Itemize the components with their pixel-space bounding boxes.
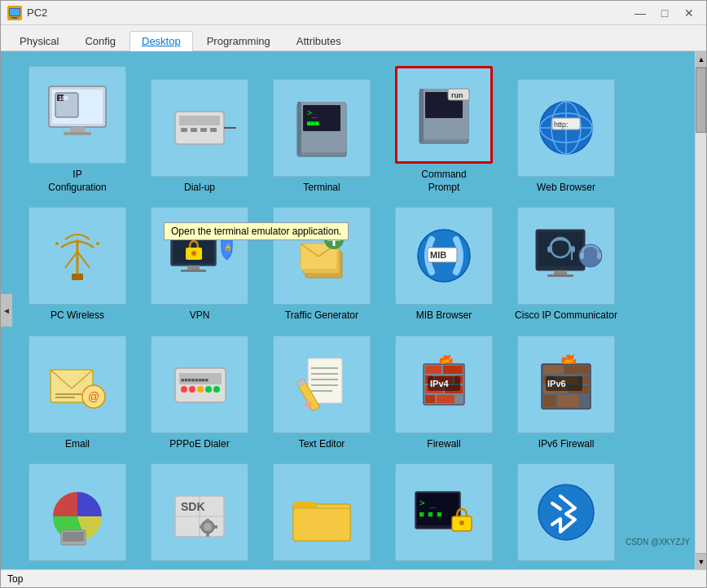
email-label: Email [65,438,90,451]
svg-text:IPv6: IPv6 [547,379,566,388]
svg-text:106: 106 [59,95,68,101]
svg-rect-64 [547,246,552,252]
app-ip-configuration[interactable]: 106 IPConfiguration [16,59,138,200]
app-piechart[interactable] [16,457,138,569]
scroll-down[interactable]: ▼ [696,553,706,569]
scroll-up[interactable]: ▲ [696,51,706,68]
svg-point-81 [181,386,187,393]
svg-text:>_: >_ [307,108,318,118]
svg-rect-110 [564,366,589,374]
app-folder[interactable] [261,457,383,569]
app-sdk[interactable]: SDK [138,457,261,569]
sidebar-arrow[interactable]: ◄ [1,294,12,327]
app-bluetooth[interactable] [505,457,627,569]
app-email[interactable]: @ Email [16,329,138,458]
app-grid: 106 IPConfiguration [16,59,627,569]
bottom-bar: Top [1,569,706,587]
svg-rect-48 [181,270,206,272]
tab-programming[interactable]: Programming [195,31,283,50]
app-firewall[interactable]: IPv4 Firewall [383,329,505,458]
bluetooth-icon-wrapper [517,463,615,561]
svg-text:run: run [451,91,463,99]
traffic-icon-wrapper [273,207,371,305]
app-mib-browser[interactable]: MIB MIB Browser [383,200,505,329]
svg-point-140 [459,520,464,525]
svg-rect-47 [187,265,200,270]
ipv6fw-label: IPv6 Firewall [538,438,595,451]
svg-rect-131 [200,525,203,529]
svg-point-46 [191,251,196,256]
ipv6fw-icon-wrapper: IPv6 [517,336,615,433]
minimize-button[interactable]: — [630,4,651,22]
app-traffic-generator[interactable]: Traffic Generator [261,200,383,329]
app-vpn[interactable]: 🔒 VPN [138,200,261,329]
app-grid-area[interactable]: 106 IPConfiguration [12,51,695,569]
vpn-icon-wrapper: 🔒 [151,207,248,305]
scrollbar[interactable]: ▲ ▼ [695,51,706,569]
svg-rect-67 [554,270,567,274]
svg-text:🔒: 🔒 [224,243,232,251]
firewall-icon-wrapper: IPv4 [395,336,493,433]
app-pppoe-dialer[interactable]: ■■■■■■■■ PPPoE Dialer [138,329,261,458]
mib-icon-wrapper: MIB [395,207,493,305]
app-web-browser[interactable]: http: Web Browser [505,59,627,200]
svg-rect-9 [70,127,85,132]
dialup-label: Dial-up [184,182,215,195]
title-bar: PC2 — □ ✕ [1,1,706,25]
svg-rect-122 [63,532,84,542]
email-icon-wrapper: @ [29,336,126,433]
sdk-icon-wrapper: SDK [151,463,248,561]
app-text-editor[interactable]: Text Editor [261,329,383,458]
app-pc-wireless[interactable]: PC Wireless [16,200,138,329]
browser-label: Web Browser [537,182,595,195]
tab-desktop[interactable]: Desktop [130,31,193,51]
app-ipv6-firewall[interactable]: IPv6 IPv6 Firewall [505,329,627,458]
tab-physical[interactable]: Physical [7,31,71,50]
svg-text:MIB: MIB [430,250,446,260]
svg-point-83 [197,386,204,393]
svg-point-42 [96,242,99,245]
svg-rect-104 [425,395,435,403]
pppoe-label: PPPoE Dialer [169,438,229,451]
svg-rect-29 [419,89,424,142]
svg-rect-2 [11,17,19,18]
browser-icon-wrapper: http: [517,79,615,177]
maximize-button[interactable]: □ [654,4,675,22]
svg-text:■ ■ ■: ■ ■ ■ [419,510,442,518]
svg-rect-14 [191,128,197,132]
svg-text:http:: http: [554,121,569,129]
svg-point-82 [189,386,195,393]
svg-rect-109 [543,366,563,374]
svg-rect-10 [64,132,91,135]
tab-config[interactable]: Config [72,31,128,50]
cisco-label: Cisco IP Communicator [515,309,617,323]
traffic-label: Traffic Generator [285,309,358,323]
main-content: ◄ 106 [1,51,706,569]
svg-rect-68 [547,274,573,277]
app-terminal[interactable]: >_ ■■■ Terminal [261,59,383,200]
texteditor-icon-wrapper [273,336,371,433]
terminal-label: Terminal [303,182,340,195]
app-cisco-comm[interactable]: Cisco IP Communicator [505,200,627,329]
svg-rect-70 [580,252,584,259]
app-dialup[interactable]: Dial-up [138,59,261,200]
scroll-thumb[interactable] [696,68,706,133]
svg-rect-117 [558,395,579,407]
svg-text:> _: > _ [419,498,436,508]
window-controls: — □ ✕ [630,4,700,22]
pppoe-icon-wrapper: ■■■■■■■■ [151,336,248,433]
svg-rect-71 [597,252,601,259]
app-command-prompt[interactable]: run CommandPrompt [383,59,505,200]
folder-icon-wrapper [273,463,371,561]
svg-rect-98 [443,366,463,374]
vpn-label: VPN [190,309,210,323]
svg-rect-130 [206,533,209,537]
ip-config-icon-wrapper: 106 [29,66,126,164]
svg-point-85 [213,386,220,393]
svg-rect-1 [10,9,20,15]
tab-attributes[interactable]: Attributes [284,31,354,50]
app-terminal-lock[interactable]: > _ ■ ■ ■ [383,457,505,569]
svg-rect-16 [210,128,217,132]
firewall-label: Firewall [427,438,460,451]
close-button[interactable]: ✕ [678,4,700,22]
